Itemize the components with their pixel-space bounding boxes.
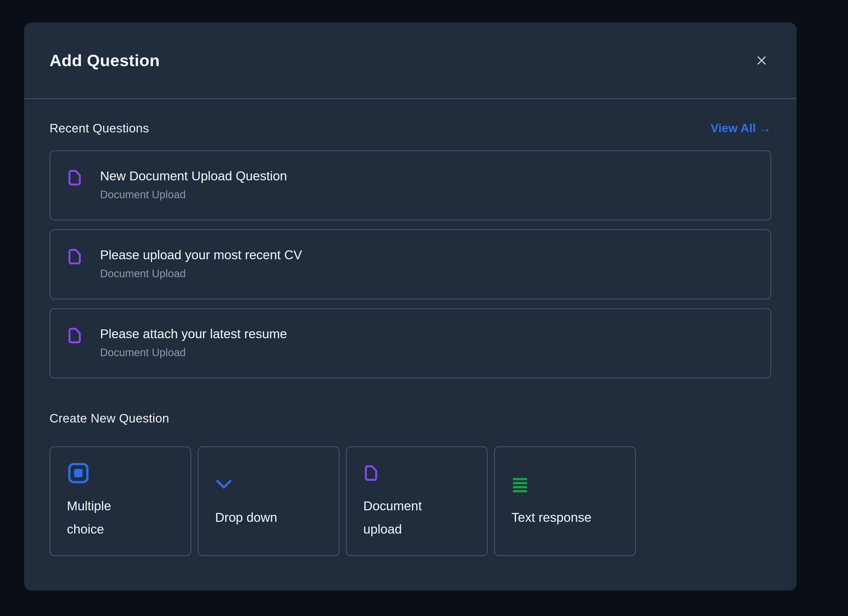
question-title: Please attach your latest resume bbox=[100, 326, 287, 342]
modal-body: Recent Questions View All → New Document… bbox=[24, 121, 797, 556]
recent-questions-heading: Recent Questions bbox=[49, 121, 149, 135]
option-multiple-choice[interactable]: Multiple choice bbox=[49, 446, 191, 556]
option-document-upload[interactable]: Document upload bbox=[346, 446, 488, 556]
document-icon bbox=[67, 327, 82, 344]
close-button[interactable] bbox=[752, 51, 771, 70]
recent-question-item[interactable]: New Document Upload Question Document Up… bbox=[49, 150, 771, 221]
question-type: Document Upload bbox=[100, 267, 302, 280]
question-type: Document Upload bbox=[100, 189, 287, 201]
option-label: Text response bbox=[511, 506, 592, 529]
option-text-response[interactable]: Text response bbox=[494, 446, 636, 556]
option-label: Drop down bbox=[215, 506, 277, 529]
recent-questions-header: Recent Questions View All → bbox=[49, 121, 771, 135]
question-title: New Document Upload Question bbox=[100, 168, 287, 184]
modal-header: Add Question bbox=[24, 22, 797, 99]
chevron-down-icon bbox=[215, 473, 233, 496]
question-type: Document Upload bbox=[100, 347, 287, 359]
document-icon bbox=[363, 462, 379, 485]
document-icon bbox=[67, 248, 82, 266]
text-lines-icon bbox=[511, 473, 529, 496]
recent-question-item[interactable]: Please upload your most recent CV Docume… bbox=[49, 229, 771, 300]
question-type-options: Multiple choice Drop down Document uploa… bbox=[49, 446, 771, 556]
close-icon bbox=[755, 53, 769, 67]
option-label: Multiple choice bbox=[67, 494, 147, 541]
view-all-link[interactable]: View All → bbox=[710, 122, 771, 135]
document-icon bbox=[67, 169, 82, 187]
recent-question-item[interactable]: Please attach your latest resume Documen… bbox=[49, 308, 771, 379]
recent-questions-list: New Document Upload Question Document Up… bbox=[49, 150, 771, 379]
option-drop-down[interactable]: Drop down bbox=[198, 446, 339, 556]
checkbox-icon bbox=[67, 462, 90, 485]
modal-title: Add Question bbox=[49, 51, 160, 70]
question-title: Please upload your most recent CV bbox=[100, 247, 302, 263]
option-label: Document upload bbox=[363, 494, 443, 541]
create-new-question-heading: Create New Question bbox=[49, 411, 771, 426]
add-question-modal: Add Question Recent Questions View All → bbox=[24, 22, 797, 591]
